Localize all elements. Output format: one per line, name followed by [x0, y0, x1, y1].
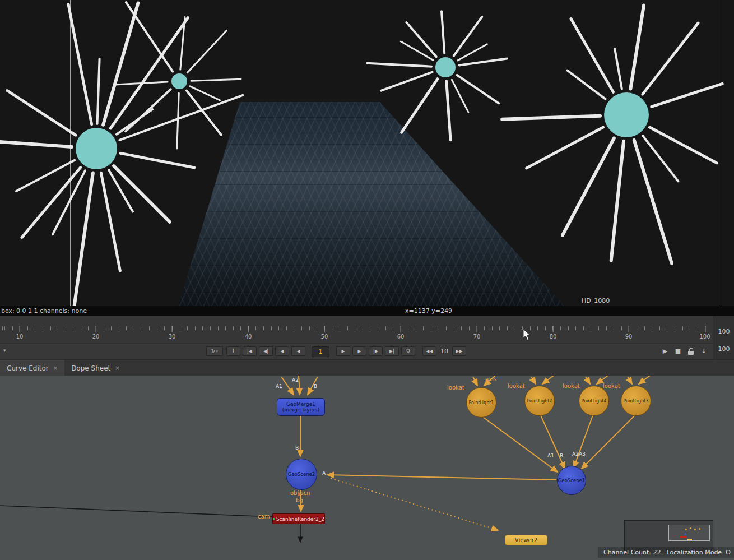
- close-icon[interactable]: ×: [115, 365, 119, 371]
- format-label: HD_1080: [582, 297, 610, 304]
- ruler-tick-label: 30: [169, 334, 176, 340]
- minimap-node: [694, 529, 696, 530]
- point-light-flares: [0, 0, 734, 306]
- port-label-lookat1: lookat: [447, 385, 464, 391]
- port-label-cam: cam: [258, 513, 270, 520]
- input-label-a1: A1: [276, 383, 282, 389]
- port-label-bg: bg: [296, 497, 303, 503]
- go-to-start-button[interactable]: |◀: [243, 346, 257, 356]
- status-dot: [273, 518, 275, 520]
- next-keyframe-button[interactable]: |▶: [369, 346, 383, 356]
- input-label-b: B: [314, 383, 317, 389]
- node-geoscene1[interactable]: GeoScene1: [557, 466, 586, 495]
- ruler-tick-label: 50: [321, 334, 328, 340]
- tab-curve-editor[interactable]: Curve Editor ×: [0, 360, 64, 376]
- fullscreen-icon[interactable]: ■: [673, 347, 682, 355]
- node-title: GeoScene2: [288, 471, 315, 477]
- loop-icon: ↻: [211, 349, 215, 354]
- ruler-tick-label: 80: [550, 334, 557, 340]
- ruler-tick-label: 40: [245, 334, 252, 340]
- node-title: GeoMerge1: [286, 401, 315, 407]
- input-label-a: A: [322, 470, 326, 476]
- node-title: PointLight3: [624, 399, 649, 404]
- export-icon[interactable]: ↧: [699, 347, 708, 355]
- pointer-coordinates-readout: x=1137 y=249: [405, 307, 452, 314]
- timeline-ruler[interactable]: 10 20 30 40 50 60 70 80 90 100: [0, 316, 734, 344]
- port-label-lookat3: lookat: [603, 383, 620, 389]
- node-pointlight3[interactable]: PointLight3: [621, 386, 651, 416]
- ruler-tick-label: 20: [92, 334, 100, 340]
- graph-status-bar: Channel Count: 22 Localization Mode: O: [598, 547, 734, 558]
- tab-label: Dope Sheet: [71, 364, 110, 372]
- node-scanlinerender2-2[interactable]: ScanlineRender2_2: [272, 513, 325, 524]
- input-label-gs1-b: B: [560, 453, 563, 459]
- step-forward-button[interactable]: ▶: [336, 346, 350, 356]
- range-end-field[interactable]: 100: [713, 328, 734, 335]
- play-forward-button[interactable]: ▶: [352, 346, 366, 356]
- play-backward-button[interactable]: ◀: [275, 346, 289, 356]
- ruler-tick-label: 70: [473, 334, 481, 340]
- node-pointlight1[interactable]: PointLight1: [466, 387, 496, 418]
- loop-toggle-button[interactable]: O: [401, 346, 415, 356]
- nuke-application-window: HD_1080 box: 0 0 1 1 channels: none x=11…: [0, 0, 734, 560]
- minimap-node: [685, 529, 687, 530]
- node-viewer2[interactable]: Viewer2: [505, 535, 547, 545]
- node-title: Viewer2: [515, 537, 537, 543]
- increment-button[interactable]: ▶▶: [452, 346, 466, 356]
- localization-mode-readout: Localization Mode: O: [667, 549, 731, 556]
- port-label-lookat4: lookat: [563, 383, 580, 389]
- node-title: ScanlineRender2_2: [276, 516, 324, 522]
- viewer-status-bar: box: 0 0 1 1 channels: none x=1137 y=249: [0, 306, 734, 316]
- bbox-channels-readout: box: 0 0 1 1 channels: none: [1, 307, 87, 314]
- input-label-gs1-a1: A1: [547, 453, 554, 459]
- minimap-node: [690, 527, 691, 529]
- node-title: PointLight1: [469, 400, 494, 405]
- ruler-tick-label: 100: [699, 334, 710, 340]
- lock-icon: [688, 351, 694, 355]
- chevron-down-icon: ▾: [216, 349, 219, 354]
- node-subtitle: (merge-layers): [282, 407, 320, 413]
- input-label-gs1-a2a3: A2A3: [572, 451, 586, 457]
- port-label-objscn: obj/scn: [290, 490, 310, 496]
- frame-range-column: 100 100: [713, 316, 734, 359]
- node-title: GeoScene1: [558, 478, 585, 483]
- 3d-viewport[interactable]: HD_1080: [0, 0, 734, 306]
- step-back-button[interactable]: ◀: [291, 346, 305, 356]
- node-title: PointLight4: [582, 399, 607, 404]
- close-icon[interactable]: ×: [53, 365, 58, 371]
- ruler-tick-label: 90: [625, 334, 633, 340]
- flipbook-icon[interactable]: ▶: [661, 347, 670, 355]
- port-label-lookat2: lookat: [508, 383, 525, 389]
- panel-tab-bar: Curve Editor × Dope Sheet ×: [0, 359, 734, 377]
- ruler-minor-ticks: [0, 326, 710, 330]
- ruler-tick-label: 10: [16, 334, 24, 340]
- node-pointlight2[interactable]: PointLight2: [524, 386, 555, 416]
- node-pointlight4[interactable]: PointLight4: [579, 386, 609, 416]
- prev-keyframe-button[interactable]: ◀|: [259, 346, 273, 356]
- input-label-b2: B: [295, 445, 299, 451]
- playback-range-end-field[interactable]: 100: [713, 345, 734, 353]
- ruler-tick-label: 60: [397, 334, 405, 340]
- port-label-axis: axis: [485, 376, 496, 382]
- minimap-node: [699, 528, 700, 530]
- frame-increment-field[interactable]: 10: [439, 348, 450, 355]
- timeline-options-caret[interactable]: ▾: [3, 348, 6, 353]
- loop-mode-button[interactable]: ↻▾: [206, 346, 223, 356]
- node-geomerge1[interactable]: GeoMerge1 (merge-layers): [277, 398, 325, 416]
- channel-count-readout: Channel Count: 22: [603, 549, 661, 556]
- node-title: PointLight2: [527, 399, 552, 404]
- tab-dope-sheet[interactable]: Dope Sheet ×: [64, 360, 126, 376]
- node-geoscene2[interactable]: GeoScene2: [286, 459, 317, 490]
- minimap-node: [680, 536, 686, 538]
- lock-range-icon[interactable]: [686, 347, 695, 355]
- input-label-a2: A2: [292, 377, 299, 383]
- transport-bar: ▾ ↻▾ I |◀ ◀| ◀ ◀ 1 ▶ ▶ |▶ ▶| O ◀◀ 10 ▶▶ …: [0, 343, 734, 360]
- in-point-button[interactable]: I: [226, 346, 240, 356]
- tab-label: Curve Editor: [7, 364, 49, 372]
- node-graph-panel[interactable]: GeoMerge1 (merge-layers) GeoScene2 Scanl…: [0, 376, 734, 560]
- decrement-button[interactable]: ◀◀: [422, 346, 436, 356]
- minimap-node: [684, 533, 686, 535]
- go-to-end-button[interactable]: ▶|: [385, 346, 399, 356]
- minimap-node: [687, 539, 692, 540]
- current-frame-field[interactable]: 1: [312, 346, 329, 357]
